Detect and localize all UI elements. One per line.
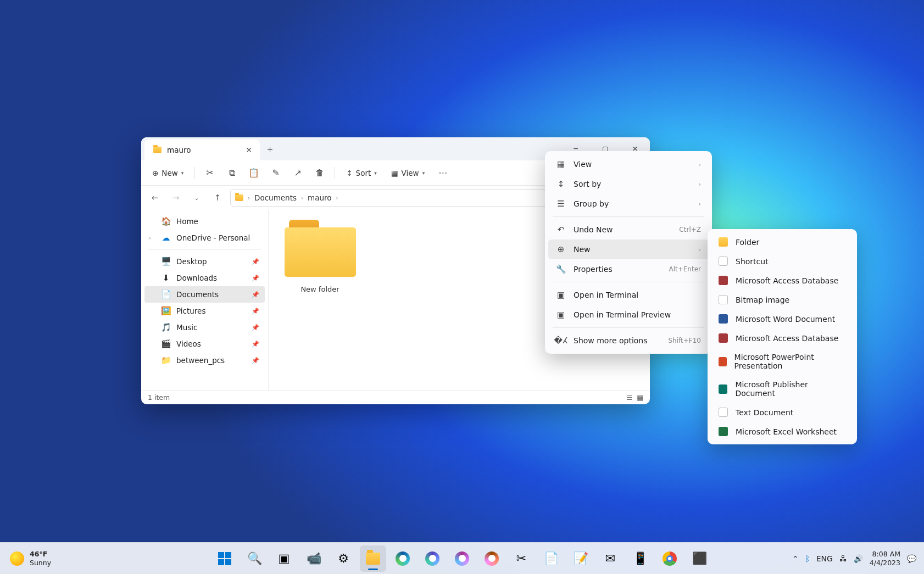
- submenu-microsoft-word-document[interactable]: Microsoft Word Document: [711, 309, 854, 328]
- tray-overflow-icon[interactable]: ⌃: [792, 554, 799, 563]
- submenu-microsoft-access-database[interactable]: Microsoft Access Database: [711, 328, 854, 348]
- sidebar-item-between_pcs[interactable]: 📁between_pcs📌: [144, 352, 265, 369]
- submenu-microsoft-excel-worksheet[interactable]: Microsoft Excel Worksheet: [711, 422, 854, 441]
- back-button[interactable]: ←: [147, 190, 163, 206]
- breadcrumb-documents[interactable]: Documents: [254, 193, 297, 202]
- weather-widget[interactable]: 46°F Sunny: [0, 550, 61, 567]
- edge-beta-icon[interactable]: [419, 545, 446, 572]
- submenu-folder[interactable]: Folder: [711, 232, 854, 252]
- tab-mauro[interactable]: mauro ✕: [144, 140, 260, 160]
- navigation-sidebar: 🏠Home ›☁OneDrive - Personal 🖥️Desktop📌⬇D…: [141, 210, 269, 390]
- wordpad-icon[interactable]: 📝: [567, 545, 594, 572]
- time: 8:08 AM: [870, 550, 900, 559]
- menu-open-terminal-preview[interactable]: ▣Open in Terminal Preview: [548, 305, 709, 325]
- menu-undo[interactable]: ↶Undo NewCtrl+Z: [548, 220, 709, 239]
- submenu-microsoft-publisher-document[interactable]: Microsoft Publisher Document: [711, 375, 854, 403]
- weather-temp: 46°F: [30, 550, 51, 559]
- sun-icon: [10, 551, 24, 566]
- mail-icon[interactable]: ✉: [597, 545, 624, 572]
- volume-icon[interactable]: 🔊: [854, 554, 863, 563]
- snipping-icon[interactable]: ✂: [508, 545, 535, 572]
- tab-title: mauro: [167, 146, 191, 154]
- submenu-microsoft-powerpoint-presentation[interactable]: Microsoft PowerPoint Presentation: [711, 348, 854, 375]
- submenu-bitmap-image[interactable]: Bitmap image: [711, 290, 854, 309]
- settings-icon[interactable]: ⚙: [330, 545, 357, 572]
- item-count: 1 item: [148, 393, 170, 402]
- folder-icon: [153, 147, 162, 153]
- rename-icon[interactable]: ✎: [266, 165, 285, 181]
- submenu-microsoft-access-database[interactable]: Microsoft Access Database: [711, 271, 854, 290]
- share-icon[interactable]: ↗: [288, 165, 307, 181]
- sidebar-onedrive[interactable]: ›☁OneDrive - Personal: [144, 230, 265, 246]
- phone-icon[interactable]: 📱: [627, 545, 653, 572]
- up-button[interactable]: ↑: [209, 190, 226, 206]
- menu-show-more[interactable]: �ⵃShow more optionsShift+F10: [548, 331, 709, 350]
- file-explorer-icon[interactable]: [360, 545, 386, 572]
- menu-view[interactable]: ▦View›: [548, 154, 709, 174]
- menu-group-by[interactable]: ☰Group by›: [548, 194, 709, 214]
- cut-icon[interactable]: ✂: [201, 165, 219, 181]
- more-icon[interactable]: ⋯: [433, 165, 452, 181]
- delete-icon[interactable]: 🗑: [310, 165, 329, 181]
- system-tray: ⌃ ᛒ ENG 🖧 🔊 8:08 AM 4/4/2023 💬: [784, 550, 924, 567]
- start-button[interactable]: [211, 545, 238, 572]
- edge-canary-icon[interactable]: [478, 545, 505, 572]
- terminal-icon[interactable]: ⬛: [686, 545, 713, 572]
- paste-icon[interactable]: 📋: [244, 165, 263, 181]
- sidebar-item-desktop[interactable]: 🖥️Desktop📌: [144, 253, 265, 270]
- sidebar-item-music[interactable]: 🎵Music📌: [144, 319, 265, 336]
- new-button[interactable]: ⊕New▾: [147, 165, 189, 181]
- folder-item-newfolder[interactable]: New folder: [283, 220, 357, 293]
- sidebar-item-documents[interactable]: 📄Documents📌: [144, 286, 265, 303]
- edge-dev-icon[interactable]: [449, 545, 475, 572]
- copy-icon[interactable]: ⧉: [222, 165, 241, 181]
- chrome-icon[interactable]: [656, 545, 683, 572]
- search-button[interactable]: 🔍: [241, 545, 268, 572]
- folder-label: New folder: [283, 285, 357, 293]
- weather-cond: Sunny: [30, 559, 51, 567]
- edge-icon[interactable]: [389, 545, 416, 572]
- network-icon[interactable]: 🖧: [839, 554, 847, 563]
- recent-button[interactable]: ⌄: [188, 190, 205, 206]
- bluetooth-icon[interactable]: ᛒ: [805, 554, 810, 563]
- tab-close-button[interactable]: ✕: [246, 146, 252, 154]
- notepad-icon[interactable]: 📄: [538, 545, 564, 572]
- submenu-shortcut[interactable]: Shortcut: [711, 252, 854, 271]
- sidebar-item-videos[interactable]: 🎬Videos📌: [144, 336, 265, 352]
- clock[interactable]: 8:08 AM 4/4/2023: [870, 550, 900, 567]
- new-submenu: FolderShortcutMicrosoft Access DatabaseB…: [708, 229, 857, 444]
- new-tab-button[interactable]: ＋: [260, 137, 280, 160]
- taskbar: 46°F Sunny 🔍 ▣ 📹 ⚙ ✂ 📄 📝 ✉ 📱 ⬛ ⌃ ᛒ ENG 🖧…: [0, 542, 924, 574]
- thumbnails-view-icon[interactable]: ▦: [637, 393, 643, 402]
- menu-properties[interactable]: 🔧PropertiesAlt+Enter: [548, 259, 709, 279]
- menu-sort-by[interactable]: ↕Sort by›: [548, 174, 709, 194]
- taskbar-center: 🔍 ▣ 📹 ⚙ ✂ 📄 📝 ✉ 📱 ⬛: [211, 545, 713, 572]
- folder-icon: [285, 220, 356, 277]
- sidebar-item-downloads[interactable]: ⬇Downloads📌: [144, 270, 265, 286]
- folder-icon: [235, 194, 243, 201]
- menu-open-terminal[interactable]: ▣Open in Terminal: [548, 285, 709, 305]
- status-bar: 1 item ☰ ▦: [141, 390, 650, 404]
- view-button[interactable]: ▦View▾: [386, 165, 430, 181]
- menu-new[interactable]: ⊕New›: [548, 239, 709, 259]
- forward-button[interactable]: →: [168, 190, 184, 206]
- task-view-button[interactable]: ▣: [271, 545, 297, 572]
- sidebar-item-pictures[interactable]: 🖼️Pictures📌: [144, 303, 265, 319]
- details-view-icon[interactable]: ☰: [626, 393, 632, 402]
- date: 4/4/2023: [870, 559, 900, 567]
- submenu-text-document[interactable]: Text Document: [711, 403, 854, 422]
- context-menu: ▦View› ↕Sort by› ☰Group by› ↶Undo NewCtr…: [545, 151, 712, 354]
- notifications-icon[interactable]: 💬: [907, 554, 916, 563]
- language-indicator[interactable]: ENG: [816, 554, 833, 563]
- breadcrumb-mauro[interactable]: mauro: [308, 193, 332, 202]
- sort-button[interactable]: ↕Sort▾: [341, 165, 382, 181]
- teams-icon[interactable]: 📹: [300, 545, 327, 572]
- sidebar-home[interactable]: 🏠Home: [144, 213, 265, 230]
